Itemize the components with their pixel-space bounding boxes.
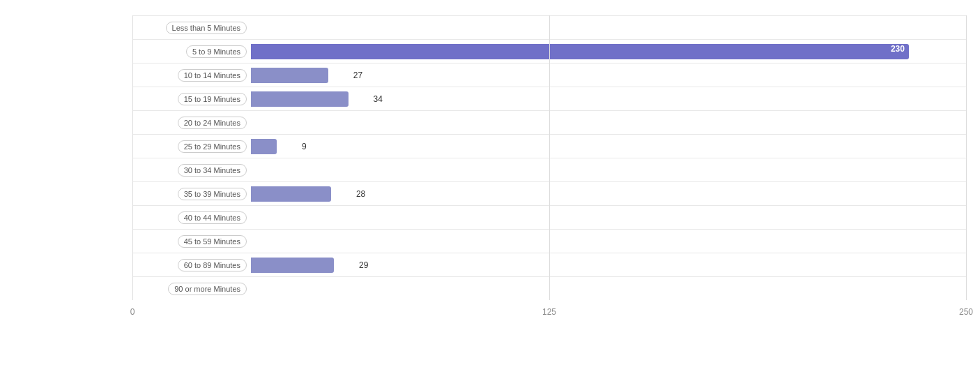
bar-label: 15 to 19 Minutes: [132, 93, 251, 105]
bar-label-pill: 30 to 34 Minutes: [178, 164, 247, 177]
x-axis-label: 250: [959, 307, 973, 317]
grid-line: [966, 15, 967, 300]
bar-label: 90 or more Minutes: [132, 283, 251, 295]
bar-row: 35 to 39 Minutes28: [132, 181, 966, 205]
x-axis-labels: 0125250: [132, 303, 966, 317]
bar-row: 20 to 24 Minutes: [132, 110, 966, 134]
bar-container: 9: [251, 138, 966, 155]
bar-fill: 230: [251, 44, 909, 59]
x-axis: 0125250: [14, 303, 966, 317]
bar-label-pill: 15 to 19 Minutes: [178, 93, 247, 105]
bar-row: 60 to 89 Minutes29: [132, 253, 966, 276]
bar-label-pill: 60 to 89 Minutes: [178, 259, 247, 271]
bar-row: Less than 5 Minutes: [132, 15, 966, 39]
bar-container: [251, 162, 966, 179]
bar-label-pill: 5 to 9 Minutes: [186, 45, 247, 58]
bar-label-pill: 40 to 44 Minutes: [178, 211, 247, 224]
bar-label: 60 to 89 Minutes: [132, 259, 251, 271]
x-axis-label: 125: [542, 307, 556, 317]
bar-label-pill: 90 or more Minutes: [168, 283, 247, 295]
bar-label-pill: 10 to 14 Minutes: [178, 69, 247, 82]
chart-area: Less than 5 Minutes5 to 9 Minutes23010 t…: [14, 15, 966, 317]
bar-row: 15 to 19 Minutes34: [132, 87, 966, 110]
bar-value: 34: [374, 94, 383, 104]
bar-fill: [251, 186, 331, 202]
bar-container: 34: [251, 91, 966, 107]
bar-fill: [251, 91, 349, 107]
bar-fill: [251, 68, 328, 83]
bar-container: [251, 209, 966, 226]
bar-container: [251, 114, 966, 131]
bar-row: 25 to 29 Minutes9: [132, 134, 966, 158]
bar-row: 45 to 59 Minutes: [132, 229, 966, 253]
bar-label-pill: 35 to 39 Minutes: [178, 188, 247, 200]
bar-container: [251, 20, 966, 36]
bar-label: 5 to 9 Minutes: [132, 45, 251, 58]
bar-row: 5 to 9 Minutes230: [132, 39, 966, 63]
bar-value: 9: [302, 142, 307, 151]
bar-container: [251, 233, 966, 250]
bar-label: Less than 5 Minutes: [132, 22, 251, 34]
bar-value: 28: [356, 189, 365, 199]
bar-container: 28: [251, 186, 966, 202]
bar-label: 20 to 24 Minutes: [132, 117, 251, 129]
bar-value: 230: [891, 44, 905, 54]
bar-container: 27: [251, 67, 966, 84]
bar-container: [251, 281, 966, 297]
bar-label: 10 to 14 Minutes: [132, 69, 251, 82]
bar-value: 29: [359, 260, 368, 270]
bar-label: 30 to 34 Minutes: [132, 164, 251, 177]
bar-fill: [251, 258, 334, 273]
bar-label: 40 to 44 Minutes: [132, 211, 251, 224]
bar-label: 35 to 39 Minutes: [132, 188, 251, 200]
bar-row: 30 to 34 Minutes: [132, 158, 966, 181]
bar-label-pill: Less than 5 Minutes: [166, 22, 247, 34]
bar-label-pill: 45 to 59 Minutes: [178, 235, 247, 248]
bar-label-pill: 20 to 24 Minutes: [178, 117, 247, 129]
bar-label: 25 to 29 Minutes: [132, 140, 251, 153]
bar-label-pill: 25 to 29 Minutes: [178, 140, 247, 153]
bar-row: 90 or more Minutes: [132, 276, 966, 300]
x-axis-label: 0: [130, 307, 135, 317]
bar-label: 45 to 59 Minutes: [132, 235, 251, 248]
bar-container: 29: [251, 257, 966, 274]
bar-value: 27: [353, 70, 362, 80]
bar-row: 10 to 14 Minutes27: [132, 63, 966, 87]
bar-fill: [251, 139, 277, 154]
bar-container: 230: [251, 43, 966, 60]
bar-row: 40 to 44 Minutes: [132, 205, 966, 229]
bars-wrapper: Less than 5 Minutes5 to 9 Minutes23010 t…: [14, 15, 966, 300]
